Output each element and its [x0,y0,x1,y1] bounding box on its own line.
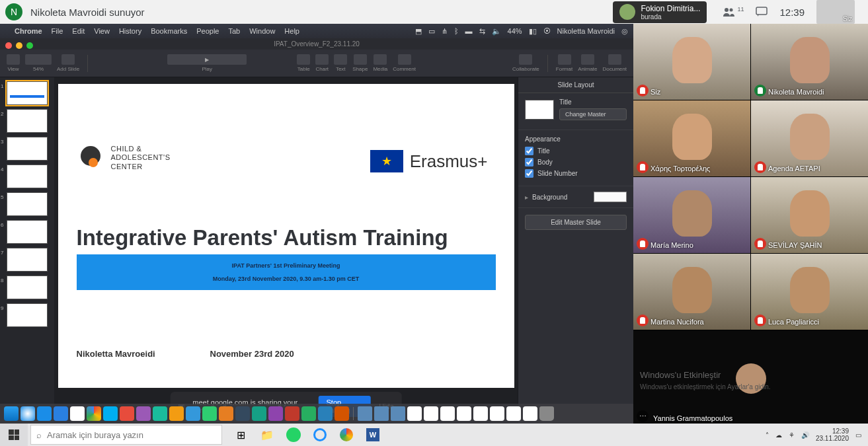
dock-doc-icon[interactable] [473,406,488,421]
menu-file[interactable]: File [52,27,63,35]
media-tool[interactable]: Media [373,54,387,72]
ie-icon[interactable] [308,425,332,445]
participants-button[interactable]: 11 [723,7,744,17]
menu-history[interactable]: History [119,27,141,35]
minimize-button[interactable] [16,42,22,49]
app-icon[interactable] [202,406,217,421]
dock-folder-icon[interactable] [391,406,405,421]
volume-icon[interactable]: 🔈 [492,27,501,36]
search-box[interactable]: ⌕ Aramak için buraya yazın [30,425,222,445]
trash-icon[interactable] [539,406,554,421]
app-icon[interactable] [219,406,233,421]
view-tool[interactable]: View [7,54,20,72]
menu-window[interactable]: Window [249,27,275,35]
app-icon[interactable] [136,406,151,421]
shape-tool[interactable]: Shape [352,54,368,72]
wifi-icon[interactable]: ⋔ [442,27,448,36]
format-tool[interactable]: Format [556,54,572,72]
app-icon[interactable] [120,406,134,421]
battery-icon[interactable]: ▮▯ [529,27,537,36]
participant-tile[interactable]: María Merino [633,177,750,253]
word-icon[interactable]: W [361,425,385,445]
dock-folder-icon[interactable] [374,406,389,421]
maximize-button[interactable] [26,42,33,49]
screen-icon[interactable]: ▭ [428,27,435,36]
layout-preview[interactable] [525,100,554,120]
body-checkbox[interactable]: Body [525,158,627,167]
whatsapp-icon[interactable] [282,425,305,445]
tray-wifi-icon[interactable]: ⚘ [789,431,795,439]
chrome-icon[interactable] [87,406,101,421]
app-icon[interactable] [318,406,333,421]
slidenum-checkbox[interactable]: Slide Number [525,169,627,178]
participant-tile[interactable]: SEVİLAY ŞAHİN [751,177,868,253]
chart-tool[interactable]: Chart [315,54,329,72]
dock-doc-icon[interactable] [424,406,438,421]
table-tool[interactable]: Table [297,54,310,72]
self-thumbnail[interactable]: Siz [816,0,855,24]
dock-doc-icon[interactable] [490,406,504,421]
dock-doc-icon[interactable] [407,406,422,421]
slide-thumb[interactable]: 3 [7,137,48,161]
more-icon[interactable]: ⋯ [637,410,649,422]
app-icon[interactable] [268,406,283,421]
slide-navigator[interactable]: 1 2 3 4 5 6 7 8 9 [0,77,54,424]
app-icon[interactable] [335,406,349,421]
dropbox-icon[interactable]: ⬒ [415,27,422,36]
add-slide-tool[interactable]: Add Slide [57,54,79,72]
menu-edit[interactable]: Edit [72,27,85,35]
participant-tile[interactable]: Luca Pagliaricci [751,254,868,330]
safari-icon[interactable] [20,406,35,421]
mail-icon[interactable] [54,406,68,421]
slide-thumb[interactable]: 5 [7,192,48,216]
skype-icon[interactable] [103,406,118,421]
collaborate-tool[interactable]: Collaborate [512,54,539,72]
background-label[interactable]: Background [532,194,567,201]
chrome-taskbar-icon[interactable] [335,425,358,445]
app-icon[interactable] [153,406,167,421]
join-notification[interactable]: Fokion Dimitria... burada [613,1,707,23]
tray-cloud-icon[interactable]: ☁ [775,431,782,439]
dock-doc-icon[interactable] [523,406,537,421]
notification-center-icon[interactable]: ▭ [855,431,861,439]
calendar-icon[interactable] [70,406,85,421]
tray-chevron-icon[interactable]: ˄ [766,431,769,439]
bluetooth-icon[interactable]: ᛒ [454,27,459,35]
app-icon[interactable] [186,406,200,421]
arrows-icon[interactable]: ⇆ [479,27,485,36]
user-name[interactable]: Nikoletta Mavroidi [557,27,615,35]
participant-tile[interactable]: Agenda AETAPI [751,100,868,176]
slide-canvas[interactable]: CHILD & ADOLESCENT'S CENTER ★ Erasmus+ I… [54,77,518,424]
slide-thumb[interactable]: 7 [7,248,48,272]
app-icon[interactable] [301,406,316,421]
participant-tile[interactable]: Χάρης Τορτορέλης [633,100,750,176]
finder-icon[interactable] [4,406,19,421]
slide-thumb[interactable]: 8 [7,276,48,299]
slide-thumb[interactable]: 2 [7,109,48,133]
appstore-icon[interactable] [37,406,52,421]
document-tool[interactable]: Document [603,54,627,72]
participant-tile[interactable]: Siz [633,24,750,100]
app-icon[interactable] [285,406,299,421]
slide-thumb[interactable]: 1 [7,81,48,105]
dock-doc-icon[interactable] [457,406,471,421]
participant-tile-wide[interactable]: Windows'u Etkinleştir Windows'u etkinleş… [633,330,868,426]
change-master-button[interactable]: Change Master [559,108,627,120]
menu-people[interactable]: People [196,27,219,35]
start-button[interactable] [0,424,28,446]
menu-chrome[interactable]: Chrome [15,27,42,35]
dock-doc-icon[interactable] [440,406,455,421]
animate-tool[interactable]: Animate [578,54,597,72]
tray-clock[interactable]: 12:39 23.11.2020 [816,427,849,442]
explorer-icon[interactable]: 📁 [255,425,279,445]
slide-thumb[interactable]: 4 [7,165,48,188]
text-tool[interactable]: Text [334,54,347,72]
app-icon[interactable] [235,406,250,421]
app-icon[interactable] [252,406,266,421]
slide-thumb[interactable]: 6 [7,220,48,244]
participant-tile[interactable]: Martina Nucifora [633,254,750,330]
siri-icon[interactable]: ◎ [621,27,628,36]
dock-folder-icon[interactable] [358,406,372,421]
tray-volume-icon[interactable]: 🔊 [801,431,809,439]
play-tool[interactable]: ▶Play [167,54,247,72]
